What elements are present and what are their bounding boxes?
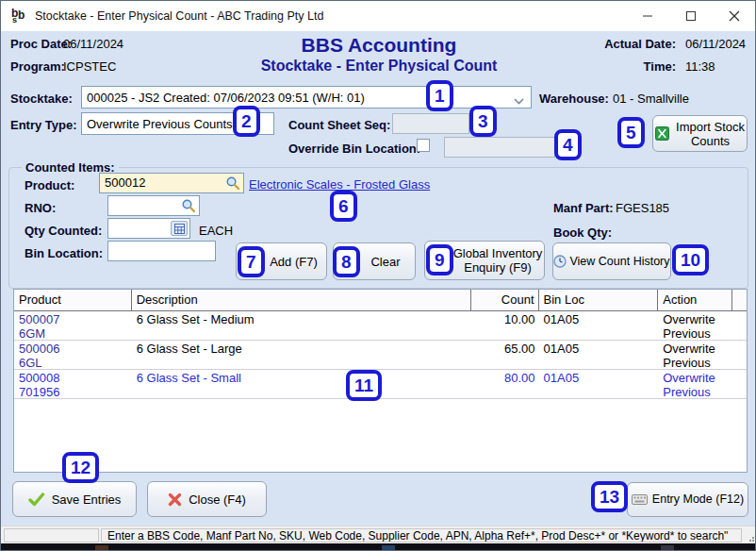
override-bin-field[interactable]: [444, 137, 555, 158]
entry-type-value: Overwrite Previous Counts: [87, 117, 233, 131]
bin-location-label: Bin Location:: [25, 246, 103, 260]
save-entries-button[interactable]: Save Entries: [12, 481, 137, 517]
taskbar-speck: [661, 545, 674, 550]
window-title: Stocktake - Enter Physical Count - ABC T…: [35, 9, 323, 23]
calculator-button[interactable]: [171, 221, 188, 236]
minimize-icon: [642, 10, 653, 22]
taskbar-speck: [95, 545, 108, 550]
warehouse-label: Warehouse:: [539, 92, 609, 106]
chevron-down-icon[interactable]: [514, 93, 524, 108]
clock-icon: [553, 255, 567, 268]
manf-part-value: FGES185: [616, 201, 669, 215]
search-icon[interactable]: [181, 198, 196, 216]
red-x-icon: [168, 493, 182, 507]
cell-count: 65.00: [471, 341, 539, 369]
cell-action: OverwritePrevious: [658, 341, 732, 369]
cell-action: OverwritePrevious: [658, 311, 732, 340]
column-header-bin-loc: Bin Loc: [539, 290, 659, 310]
minimize-button[interactable]: [626, 1, 669, 31]
callout-10: 10: [672, 244, 709, 276]
form-body: Proc Date: 06/11/2024 Program: ICPSTEC B…: [1, 31, 756, 526]
column-header-description: Description: [132, 290, 471, 310]
entry-type-label: Entry Type:: [10, 118, 77, 132]
cell-description: 6 Glass Set - Large: [132, 341, 471, 369]
cell-count: 10.00: [471, 311, 539, 340]
rno-search-input[interactable]: [107, 195, 200, 216]
product-value: 500012: [105, 175, 145, 190]
import-stock-counts-label: Import StockCounts: [676, 120, 745, 148]
bin-location-input[interactable]: [107, 241, 216, 261]
callout-12: 12: [62, 452, 99, 483]
manf-part-label: Manf Part:: [553, 201, 614, 215]
callout-5: 5: [617, 117, 645, 148]
cell-spacer: [732, 341, 747, 369]
resize-grip[interactable]: [747, 534, 754, 542]
callout-13: 13: [591, 481, 628, 512]
view-count-history-label: View Count History: [569, 255, 669, 269]
stocktake-label: Stocktake:: [10, 92, 73, 106]
view-count-history-button[interactable]: View Count History: [552, 242, 671, 280]
close-f4-label: Close (F4): [189, 493, 246, 507]
logo-letter: b: [18, 8, 25, 22]
callout-4: 4: [554, 129, 582, 160]
product-label: Product:: [25, 178, 74, 192]
product-description-link[interactable]: Electronic Scales - Frosted Glass: [249, 177, 430, 192]
table-row[interactable]: 5000066GL 6 Glass Set - Large 65.00 01A0…: [14, 341, 747, 370]
stocktake-value: 000025 - JS2 Created: 07/06/2023 09:51 (…: [87, 91, 365, 105]
book-qty-label: Book Qty:: [553, 225, 612, 240]
cell-description: 6 Glass Set - Medium: [132, 311, 471, 340]
save-entries-label: Save Entries: [52, 493, 122, 507]
close-button[interactable]: [713, 1, 756, 31]
table-row[interactable]: 5000076GM 6 Glass Set - Medium 10.00 01A…: [14, 311, 747, 341]
cell-product: 500008701956: [14, 370, 132, 398]
cell-bin-loc: 01A05: [539, 370, 659, 398]
entry-mode-button[interactable]: Entry Mode (F12): [627, 482, 748, 517]
override-bin-label: Override Bin Location:: [288, 142, 420, 156]
logo-letter: s: [12, 15, 17, 25]
keyboard-icon: [632, 494, 648, 505]
cell-product: 5000066GL: [14, 341, 132, 369]
callout-1: 1: [426, 80, 453, 111]
qty-uom-label: EACH: [199, 224, 233, 238]
entry-mode-label: Entry Mode (F12): [652, 493, 744, 507]
actual-date-label: Actual Date:: [529, 37, 676, 51]
product-search-input[interactable]: 500012: [99, 173, 244, 193]
app-window: b b s Stocktake - Enter Physical Count -…: [0, 0, 756, 551]
import-stock-counts-button[interactable]: Import StockCounts: [652, 115, 748, 152]
table-header-row: Product Description Count Bin Loc Action: [14, 290, 747, 311]
qty-counted-input[interactable]: [107, 218, 190, 239]
count-sheet-seq-field[interactable]: [392, 113, 469, 134]
column-header-count: Count: [471, 290, 539, 310]
column-header-spacer: [732, 290, 747, 310]
callout-11: 11: [346, 370, 382, 401]
cell-count: 80.00: [471, 370, 539, 398]
add-button-label: Add (F7): [270, 255, 318, 269]
maximize-icon: [685, 10, 697, 22]
time-label: Time:: [529, 59, 676, 74]
status-bar: Enter a BBS Code, Manf Part No, SKU, Web…: [1, 526, 756, 543]
maximize-button[interactable]: [669, 1, 713, 31]
cell-spacer: [732, 370, 747, 398]
qty-counted-label: Qty Counted:: [25, 224, 102, 238]
calculator-icon: [174, 224, 185, 234]
warehouse-value: 01 - Smallville: [613, 92, 689, 106]
title-bar[interactable]: b b s Stocktake - Enter Physical Count -…: [1, 1, 756, 31]
status-message: Enter a BBS Code, Manf Part No, SKU, Web…: [101, 528, 742, 543]
column-header-action: Action: [658, 290, 732, 310]
close-f4-button[interactable]: Close (F4): [147, 481, 267, 517]
cell-bin-loc: 01A05: [539, 341, 659, 369]
callout-6: 6: [330, 191, 357, 222]
global-inventory-enquiry-label: Global InventoryEnquiry (F9): [453, 246, 543, 275]
status-cell-left: [4, 528, 99, 543]
search-icon[interactable]: [225, 175, 240, 193]
override-bin-checkbox[interactable]: [417, 139, 430, 152]
column-header-product: Product: [14, 290, 132, 310]
callout-8: 8: [333, 246, 360, 277]
actual-date-value: 06/11/2024: [685, 37, 746, 51]
cell-action: OverwritePrevious: [658, 370, 732, 398]
time-value: 11:38: [685, 59, 715, 74]
callout-2: 2: [233, 106, 260, 137]
taskbar-strip: [1, 543, 756, 551]
stocktake-combobox[interactable]: 000025 - JS2 Created: 07/06/2023 09:51 (…: [81, 86, 532, 109]
clear-button-label: Clear: [370, 255, 400, 269]
